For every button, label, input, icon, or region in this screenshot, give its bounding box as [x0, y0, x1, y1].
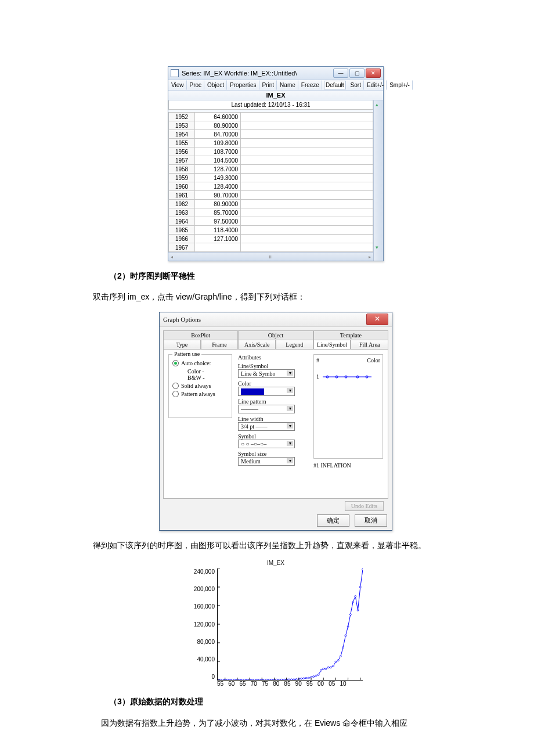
tool-edit[interactable]: Edit+/- — [364, 80, 387, 90]
tool-properties[interactable]: Properties — [227, 80, 259, 90]
svg-point-30 — [276, 679, 277, 681]
table-row: 1967 — [169, 243, 373, 252]
table-row: 1965118.4000 — [169, 226, 373, 235]
tab-fillarea[interactable]: Fill Area — [351, 340, 388, 349]
radio-solid[interactable]: Solid always — [172, 383, 228, 389]
symbol-select[interactable]: ○ ○ –○–○– — [238, 440, 295, 448]
svg-point-49 — [323, 668, 324, 670]
svg-point-32 — [281, 679, 283, 680]
tab-frame[interactable]: Frame — [201, 340, 239, 349]
table-row: 196385.70000 — [169, 208, 373, 217]
svg-point-40 — [301, 678, 302, 680]
cancel-button[interactable]: 取消 — [355, 514, 387, 527]
undo-edits-button[interactable]: Undo Edits — [345, 501, 384, 511]
svg-point-31 — [279, 679, 280, 681]
radio-pattern[interactable]: Pattern always — [172, 391, 228, 397]
svg-point-33 — [283, 679, 285, 680]
table-row: 1958128.7000 — [169, 165, 373, 174]
tab-template[interactable]: Template — [313, 330, 388, 340]
symbolsize-select[interactable]: Medium — [238, 457, 295, 466]
tool-proc[interactable]: Proc — [187, 80, 205, 90]
tool-sort[interactable]: Sort — [348, 80, 364, 90]
svg-point-51 — [327, 667, 329, 668]
svg-point-42 — [305, 678, 307, 679]
svg-point-23 — [259, 679, 261, 680]
svg-point-57 — [342, 647, 344, 649]
timeseries-chart: IM_EX 240,000200,000160,000120,00080,000… — [186, 560, 366, 687]
svg-point-16 — [241, 679, 243, 680]
svg-point-41 — [303, 678, 305, 679]
tool-smpl[interactable]: Smpl+/- — [387, 80, 413, 90]
table-row: 195264.60000 — [169, 113, 373, 121]
linewidth-select[interactable]: 3/4 pt —— — [238, 422, 295, 431]
table-row: 1960128.4000 — [169, 182, 373, 191]
tool-dropdown[interactable]: Default — [324, 81, 346, 89]
tool-view[interactable]: View — [168, 80, 187, 90]
dialog-titlebar: Graph Options ✕ — [160, 312, 392, 327]
ok-button[interactable]: 确定 — [317, 514, 349, 527]
dialog-title: Graph Options — [163, 316, 366, 323]
svg-point-58 — [345, 635, 347, 637]
table-row: 1955109.8000 — [169, 139, 373, 147]
svg-point-62 — [355, 596, 356, 597]
linepattern-select[interactable]: ——— — [238, 405, 295, 413]
svg-point-61 — [352, 601, 354, 603]
svg-point-22 — [256, 679, 258, 680]
tab-type[interactable]: Type — [163, 340, 201, 349]
table-row: 1956108.7000 — [169, 147, 373, 156]
chart-title: IM_EX — [186, 560, 366, 566]
window-title: Series: IM_EX Workfile: IM_EX::Untitled\ — [182, 70, 333, 77]
svg-point-20 — [251, 679, 253, 681]
plot-area — [217, 568, 363, 681]
svg-point-35 — [288, 679, 290, 680]
chart-intro-text: 得到如下该序列的时序图，由图形可以看出该序列呈指数上升趋势，直观来看，显著非平稳… — [93, 539, 459, 552]
svg-point-18 — [246, 679, 248, 680]
svg-point-15 — [239, 679, 241, 680]
color-select[interactable] — [238, 387, 295, 396]
svg-point-25 — [264, 679, 265, 681]
svg-point-59 — [347, 626, 349, 628]
graph-options-dialog: Graph Options ✕ BoxPlot Object Template … — [159, 312, 392, 531]
series-name-header: IM_EX — [168, 91, 383, 100]
tool-name[interactable]: Name — [277, 80, 298, 90]
tool-object[interactable]: Object — [204, 80, 227, 90]
svg-point-13 — [234, 679, 236, 681]
table-row: 1966127.1000 — [169, 235, 373, 243]
svg-point-65 — [362, 568, 363, 570]
svg-point-63 — [357, 610, 359, 611]
svg-point-38 — [295, 679, 297, 680]
tab-legend[interactable]: Legend — [276, 340, 313, 349]
svg-point-21 — [254, 679, 255, 680]
table-row: 195380.90000 — [169, 121, 373, 130]
svg-point-28 — [271, 679, 273, 681]
tab-object[interactable]: Object — [238, 330, 313, 340]
tool-freeze[interactable]: Freeze — [298, 80, 322, 90]
svg-point-17 — [244, 679, 246, 680]
section-3-heading: （3）原始数据的对数处理 — [93, 695, 459, 708]
dialog-close-button[interactable]: ✕ — [366, 314, 388, 325]
horizontal-scrollbar[interactable]: ◂III▸ — [168, 252, 373, 261]
maximize-button[interactable]: ▢ — [349, 69, 365, 78]
table-row: 196497.50000 — [169, 217, 373, 226]
table-row: 1959149.3000 — [169, 174, 373, 182]
svg-point-54 — [335, 661, 337, 663]
minimize-button[interactable]: — — [333, 69, 348, 78]
tool-print[interactable]: Print — [259, 80, 277, 90]
radio-auto[interactable]: Auto choice: — [172, 360, 228, 366]
close-button[interactable]: ✕ — [366, 69, 381, 78]
tab-boxplot[interactable]: BoxPlot — [163, 330, 238, 340]
x-axis-labels: 556065707580859095000510 — [215, 681, 366, 687]
svg-point-36 — [291, 679, 293, 680]
tab-axis[interactable]: Axis/Scale — [238, 340, 276, 349]
svg-point-11 — [229, 679, 231, 680]
vertical-scrollbar[interactable] — [373, 100, 383, 261]
toolbar: View Proc Object Properties Print Name F… — [168, 80, 383, 91]
svg-point-27 — [269, 679, 270, 681]
table-row: 195484.70000 — [169, 130, 373, 139]
preview-box: #Color 1 — [313, 354, 383, 459]
svg-point-10 — [227, 679, 229, 680]
svg-point-46 — [315, 675, 317, 676]
table-row: 196190.70000 — [169, 191, 373, 200]
tab-linesymbol[interactable]: Line/Symbol — [313, 340, 351, 349]
linesymbol-select[interactable]: Line & Symbo — [238, 369, 295, 378]
